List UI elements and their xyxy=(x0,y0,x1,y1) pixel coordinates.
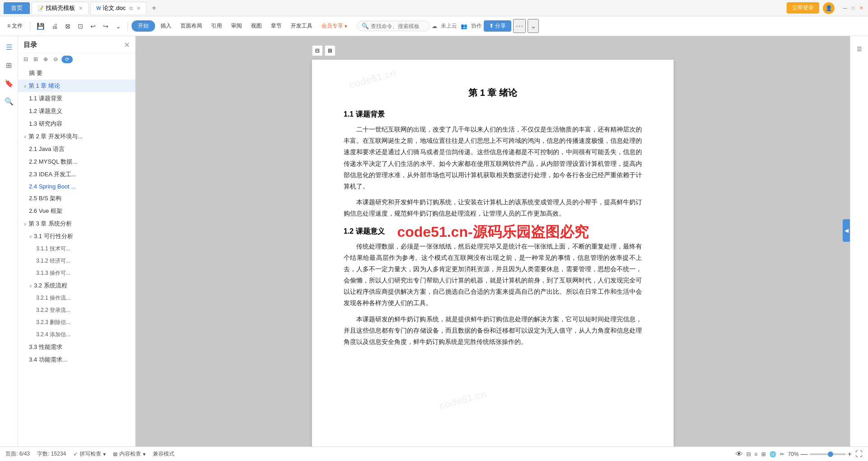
toolbar-start-button[interactable]: 开始 xyxy=(132,20,155,32)
zoom-slider[interactable] xyxy=(810,453,846,455)
maximize-button[interactable]: □ xyxy=(850,5,856,11)
toc-item-1-2[interactable]: 1.2 课题意义 xyxy=(18,105,135,118)
tab-doc[interactable]: W 论文.doc ⧉ ✕ xyxy=(90,2,146,14)
edit-icon[interactable]: ✏ xyxy=(780,451,784,457)
minimize-button[interactable]: — xyxy=(842,5,848,11)
toc-item-2-3[interactable]: 2.3 IDEA 开发工... xyxy=(18,168,135,181)
toc-item-2-2[interactable]: 2.2 MYSQL 数据... xyxy=(18,155,135,168)
page-ctrl-2[interactable]: ⊞ xyxy=(325,45,335,56)
toolbar-devtools-button[interactable]: 开发工具 xyxy=(287,20,316,32)
toolbar-ref-button[interactable]: 引用 xyxy=(208,20,226,32)
toc-item-3-1[interactable]: ∨ 3.1 可行性分析 xyxy=(18,230,135,243)
user-avatar[interactable]: 👤 xyxy=(823,2,835,14)
outline-view-icon[interactable]: ≡ xyxy=(755,451,758,457)
eye-icon[interactable]: 👁 xyxy=(736,450,743,458)
search-input[interactable] xyxy=(371,23,425,29)
toc-item-3-3[interactable]: 3.3 性能需求 xyxy=(18,341,135,353)
toc-chevron-ch2: ∨ xyxy=(24,134,27,139)
toolbar-insert-button[interactable]: 插入 xyxy=(157,20,175,32)
toc-close-button[interactable]: ✕ xyxy=(124,41,130,49)
toc-item-abstract[interactable]: 摘 要 xyxy=(18,67,135,80)
zoom-minus-button[interactable]: — xyxy=(801,450,808,458)
toc-header: 目录 ✕ xyxy=(18,36,135,53)
toc-item-2-1[interactable]: 2.1 Java 语言 xyxy=(18,143,135,155)
file-menu-button[interactable]: ≡ 文件 xyxy=(4,20,26,32)
toolbar-chapter-button[interactable]: 章节 xyxy=(267,20,285,32)
toc-add-button[interactable]: ⊕ xyxy=(42,55,50,63)
page-ctrl-1[interactable]: ⊟ xyxy=(312,45,323,56)
toc-item-1-1[interactable]: 1.1 课题背景 xyxy=(18,92,135,105)
toc-item-3-2-1[interactable]: 3.2.1 操作流... xyxy=(18,292,135,304)
toc-item-chapter2[interactable]: ∨ 第 2 章 开发环境与... xyxy=(18,130,135,143)
toc-items: 摘 要 ∨ 第 1 章 绪论 1.1 课题背景 1.2 课题意义 1.3 研究内… xyxy=(18,65,135,461)
sidebar-nav-button[interactable]: ⊞ xyxy=(2,58,16,72)
columns-view-icon[interactable]: ⊞ xyxy=(761,451,766,457)
toc-chevron-ch3: ∨ xyxy=(24,221,27,226)
compat-mode-item: 兼容模式 xyxy=(153,450,175,458)
word-count-item: 字数: 15234 xyxy=(37,450,66,458)
sidebar-filter-button[interactable]: ☰ xyxy=(852,42,867,56)
sidebar-toc-button[interactable]: ☰ xyxy=(2,40,16,54)
toolbar-layout-button[interactable]: 页面布局 xyxy=(177,20,206,32)
toc-item-3-4[interactable]: 3.4 功能需求... xyxy=(18,353,135,366)
toc-item-2-4[interactable]: 2.4 Spring Boot ... xyxy=(18,181,135,192)
doc-area: ⊟ ⊞ code51.cn code51.cn code51.cn code51… xyxy=(136,36,850,461)
toc-item-3-2[interactable]: ∨ 3.2 系统流程 xyxy=(18,279,135,292)
sidebar-bookmark-button[interactable]: 🔖 xyxy=(2,76,16,90)
right-expand-tab[interactable]: ◀ xyxy=(843,219,850,242)
toc-item-3-1-1[interactable]: 3.1.1 技术可... xyxy=(18,243,135,255)
content-check-item[interactable]: ⊠ 内容检查 ▾ xyxy=(113,450,146,458)
sidebar-search-button[interactable]: 🔍 xyxy=(2,94,16,108)
more-options-button[interactable]: ⋯ xyxy=(513,19,526,33)
compat-mode-label: 兼容模式 xyxy=(153,450,175,458)
toolbar-view-button[interactable]: 视图 xyxy=(247,20,265,32)
doc-view-icon[interactable]: ⊟ xyxy=(746,451,751,457)
toc-expand-button[interactable]: ⊟ xyxy=(22,55,30,63)
tab-add-button[interactable]: + xyxy=(148,2,160,14)
toc-item-2-6[interactable]: 2.6 Vue 框架 xyxy=(18,205,135,217)
toc-item-3-2-2[interactable]: 3.2.2 登录流... xyxy=(18,304,135,316)
preview-icon-button[interactable]: ⊡ xyxy=(75,21,86,31)
collapse-button[interactable]: ⌄ xyxy=(528,19,539,33)
toc-item-chapter3[interactable]: ∨ 第 3 章 系统分析 xyxy=(18,217,135,230)
toolbar-member-button[interactable]: 会员专享 ▸ xyxy=(318,20,351,32)
web-view-icon[interactable]: 🌐 xyxy=(769,451,776,457)
tab-template[interactable]: 📝 找稿壳模板 ✕ xyxy=(32,2,89,14)
search-box: 🔍 xyxy=(357,21,430,31)
share-button[interactable]: ⬆ 分享 xyxy=(484,20,511,32)
page-info: 页面: 6/43 xyxy=(5,450,30,458)
search-icon: 🔍 xyxy=(362,23,369,29)
toc-toggle-button[interactable]: ⟳ xyxy=(61,56,73,63)
tab-restore[interactable]: ⧉ xyxy=(129,5,133,11)
undo-button[interactable]: ↩ xyxy=(88,21,99,31)
fullscreen-button[interactable]: ⛶ xyxy=(855,450,863,458)
title-bar-right: 立即登录 👤 — □ ✕ xyxy=(787,2,864,14)
content-check-icon: ⊠ xyxy=(113,451,118,457)
tab-home[interactable]: 首页 xyxy=(4,2,30,14)
toc-collapse-button[interactable]: ⊞ xyxy=(32,55,40,63)
toc-item-1-3[interactable]: 1.3 研究内容 xyxy=(18,118,135,130)
tab-template-close[interactable]: ✕ xyxy=(79,5,83,11)
toc-item-3-2-4[interactable]: 3.2.4 添加信... xyxy=(18,329,135,341)
format-icon-button[interactable]: ⊠ xyxy=(62,21,73,31)
toc-item-2-5[interactable]: 2.5 B/S 架构 xyxy=(18,192,135,205)
login-button[interactable]: 立即登录 xyxy=(787,2,819,14)
cloud-icon: ☁ xyxy=(432,23,437,29)
tab-doc-close[interactable]: ✕ xyxy=(137,5,141,11)
close-button[interactable]: ✕ xyxy=(858,5,864,11)
expand-button[interactable]: ⌄ xyxy=(113,21,124,31)
redo-button[interactable]: ↪ xyxy=(100,21,111,31)
spell-check-item[interactable]: ✓ 拼写检查 ▾ xyxy=(73,450,106,458)
zoom-plus-button[interactable]: + xyxy=(848,450,852,458)
toc-item-3-1-2[interactable]: 3.1.2 经济可... xyxy=(18,255,135,267)
doc-page: code51.cn code51.cn code51.cn code51.cn … xyxy=(312,60,674,461)
status-bar: 页面: 6/43 字数: 15234 ✓ 拼写检查 ▾ ⊠ 内容检查 ▾ 兼容模… xyxy=(0,447,868,461)
toc-item-chapter1[interactable]: ∨ 第 1 章 绪论 xyxy=(18,80,135,92)
toc-item-3-2-3[interactable]: 3.2.3 删除信... xyxy=(18,316,135,329)
toc-controls: ⊟ ⊞ ⊕ ⊖ ⟳ xyxy=(18,53,135,65)
toolbar-review-button[interactable]: 审阅 xyxy=(227,20,245,32)
toc-item-3-1-3[interactable]: 3.1.3 操作可... xyxy=(18,267,135,279)
toc-remove-button[interactable]: ⊖ xyxy=(52,55,60,63)
print-icon-button[interactable]: 🖨 xyxy=(49,21,61,31)
save-icon-button[interactable]: 💾 xyxy=(34,21,47,31)
